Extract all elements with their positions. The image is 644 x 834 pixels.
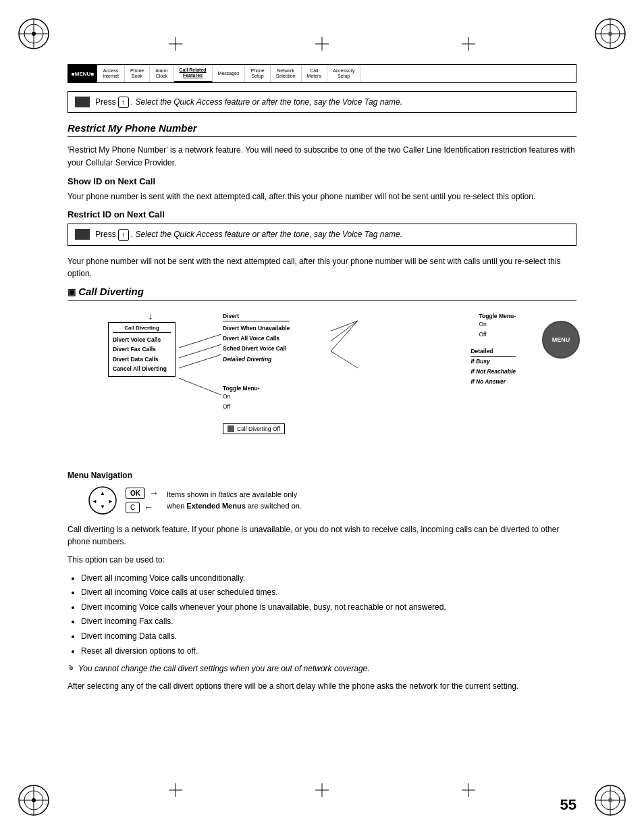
nav-item-access-internet[interactable]: AccessInternet	[97, 65, 125, 82]
bottom-crosshair-right	[462, 783, 475, 797]
svg-line-23	[179, 378, 221, 395]
after-note-text: After selecting any of the call divert o…	[68, 680, 576, 693]
press-box-1: Press ↑ . Select the Quick Access featur…	[68, 91, 576, 113]
svg-text:▼: ▼	[100, 504, 105, 510]
toggle-on-right: On	[479, 319, 516, 330]
corner-decoration-tl	[14, 14, 54, 54]
nav-menu-label: ■MENU■	[68, 65, 97, 82]
checkbox-checked-icon	[227, 425, 234, 432]
divert-item-3: Sched Divert Voice Call	[223, 344, 290, 354]
toggle-off-left: Off	[223, 402, 260, 412]
divert-item-4: Detailed Diverting	[223, 355, 290, 365]
nav-desc-line1: Items shown in Italics are available onl…	[167, 489, 302, 500]
restrict-id-title: Restrict ID on Next Call	[68, 209, 576, 219]
bullet-list: Divert all incoming Voice calls uncondit…	[81, 572, 576, 658]
menu-nav-section: Menu Navigation ▲ ▼ ◄ ► OK →	[68, 471, 576, 515]
nav-item-messages[interactable]: Messages	[213, 65, 246, 82]
nav-item-network-selection[interactable]: NetworkSelection	[271, 65, 302, 82]
divert-item-1: Divert When Unavailable	[223, 323, 290, 334]
note-icon: 🖱	[68, 664, 74, 671]
svg-text:▲: ▲	[100, 490, 105, 496]
bottom-crosshair-left	[169, 783, 182, 797]
up-arrow-btn-1: ↑	[118, 97, 129, 108]
press-word-2: Press	[95, 230, 116, 239]
svg-point-14	[32, 798, 36, 802]
divert-label: Divert	[223, 313, 290, 321]
show-id-text: Your phone number is sent with the next …	[68, 190, 576, 203]
option-intro: This option can be used to:	[68, 554, 576, 567]
svg-line-26	[331, 351, 358, 368]
svg-line-25	[331, 321, 358, 341]
ok-icon-inline: ▣	[68, 287, 76, 297]
press-text-2: Press ↑ . Select the Quick Access featur…	[95, 228, 402, 240]
divert-section: Divert Divert When Unavailable Divert Al…	[223, 313, 290, 365]
page-number: 55	[560, 796, 576, 814]
nav-description: Items shown in Italics are available onl…	[167, 489, 302, 511]
menu-nav-diagram: ▲ ▼ ◄ ► OK → C ←	[88, 486, 576, 515]
restrict-intro: 'Restrict My Phone Number' is a network …	[68, 144, 576, 169]
if-not-reachable: If Not Reachable	[471, 367, 516, 377]
corner-decoration-bl	[14, 780, 54, 820]
detailed-box: Detailed If Busy If Not Reachable If No …	[471, 348, 516, 388]
call-diverting-off-label: Call Diverting Off	[237, 425, 280, 432]
note-box: 🖱 You cannot change the call divert sett…	[68, 662, 576, 675]
bullet-item-6: Reset all diversion options to off.	[81, 645, 576, 658]
page: ■MENU■ AccessInternet PhoneBook AlarmClo…	[0, 0, 644, 834]
arrow-right-ok: →	[149, 488, 159, 498]
press-continuation-1: . Select the Quick Access feature or aft…	[131, 97, 402, 107]
nav-items: AccessInternet PhoneBook AlarmClock Call…	[97, 65, 576, 82]
svg-point-19	[608, 798, 612, 802]
toggle-on-left: On	[223, 392, 260, 402]
call-divert-box: Call Diverting Divert Voice Calls Divert…	[108, 322, 176, 377]
nav-item-accessory-setup[interactable]: AccessorySetup	[327, 65, 360, 82]
svg-text:◄: ◄	[92, 498, 97, 504]
corner-decoration-tr	[590, 14, 630, 54]
svg-line-20	[179, 334, 221, 348]
detailed-title: Detailed	[471, 348, 516, 357]
toggle-menu-left: Toggle Menu- On Off	[223, 385, 260, 413]
pencil-icon-2	[75, 229, 90, 240]
svg-line-27	[331, 321, 358, 351]
restrict-section-title: Restrict My Phone Number	[68, 122, 576, 137]
menu-nav-title: Menu Navigation	[68, 471, 576, 480]
show-id-title: Show ID on Next Call	[68, 176, 576, 186]
nav-item-alarm-clock[interactable]: AlarmClock	[150, 65, 173, 82]
toggle-menu-left-title: Toggle Menu-	[223, 385, 260, 392]
top-crosshair-left	[169, 37, 182, 53]
c-button[interactable]: C	[126, 502, 140, 513]
call-diverting-intro: Call diverting is a network feature. If …	[68, 523, 576, 548]
if-no-answer: If No Answer	[471, 377, 516, 387]
call-divert-item-3: Divert Data Calls	[113, 355, 171, 364]
note-text: You cannot change the call divert settin…	[78, 662, 370, 675]
menu-button[interactable]: MENU	[542, 321, 580, 359]
nav-item-phone-setup[interactable]: PhoneSetup	[245, 65, 270, 82]
toggle-off-right: Off	[479, 330, 516, 340]
ok-button[interactable]: OK	[126, 488, 145, 499]
bottom-crosshair	[315, 783, 329, 797]
top-crosshair-right	[462, 37, 475, 53]
press-box-2: Press ↑ . Select the Quick Access featur…	[68, 224, 576, 245]
divert-item-2: Divert All Voice Calls	[223, 334, 290, 344]
main-content: Press ↑ . Select the Quick Access featur…	[68, 91, 576, 780]
bullet-item-1: Divert all incoming Voice calls uncondit…	[81, 572, 576, 585]
nav-item-phone-book[interactable]: PhoneBook	[125, 65, 150, 82]
nav-item-call-related[interactable]: Call RelatedFeatures	[174, 65, 213, 82]
c-row: C ←	[126, 502, 159, 513]
press-continuation-2: . Select the Quick Access feature or aft…	[131, 230, 402, 239]
nav-bar: ■MENU■ AccessInternet PhoneBook AlarmClo…	[68, 64, 576, 83]
up-arrow-btn-2: ↑	[118, 229, 129, 240]
svg-line-24	[331, 321, 358, 331]
call-diverting-off-box: Call Diverting Off	[223, 423, 285, 434]
arrow-left-c: ←	[144, 502, 153, 513]
nav-item-call-meters[interactable]: CallMeters	[302, 65, 327, 82]
nav-buttons-column: OK → C ←	[126, 488, 159, 513]
bullet-item-2: Divert all incoming Voice calls at user …	[81, 586, 576, 599]
svg-point-9	[608, 32, 612, 36]
nav-desc-line2: when Extended Menus are switched on.	[167, 500, 302, 512]
svg-line-22	[179, 355, 221, 368]
call-divert-box-title: Call Diverting	[113, 325, 171, 333]
pencil-icon-1	[75, 97, 90, 107]
svg-point-4	[32, 32, 36, 36]
if-busy: If Busy	[471, 357, 516, 367]
press-text-1: Press ↑ . Select the Quick Access featur…	[95, 96, 402, 108]
